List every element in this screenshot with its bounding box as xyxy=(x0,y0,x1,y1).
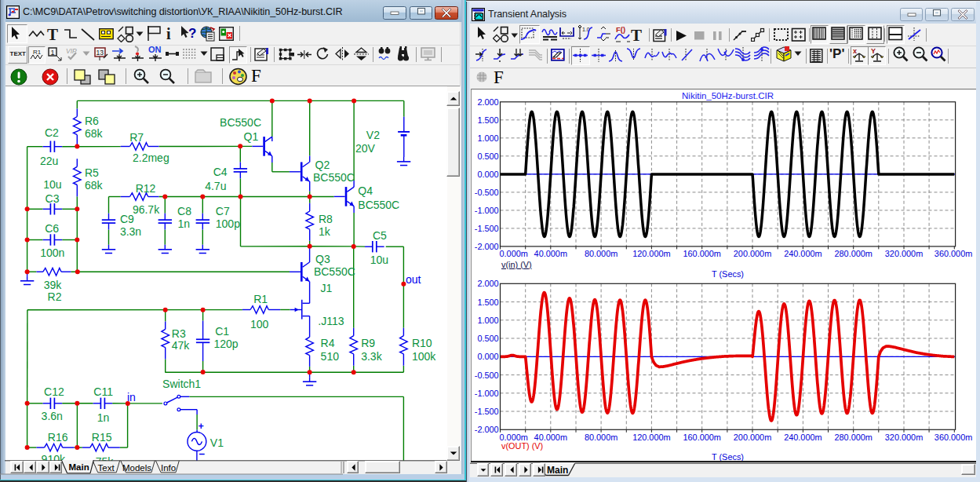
svg-text:120.000m: 120.000m xyxy=(632,432,670,441)
svg-text:V2: V2 xyxy=(366,129,380,141)
svg-text:68k: 68k xyxy=(85,179,104,192)
svg-text:-2.000: -2.000 xyxy=(474,241,498,250)
svg-text:20V: 20V xyxy=(355,142,376,155)
svg-text:320.000m: 320.000m xyxy=(884,249,922,258)
svg-text:200.000m: 200.000m xyxy=(733,432,771,441)
svg-text:280.000m: 280.000m xyxy=(834,432,872,441)
svg-text:80.000m: 80.000m xyxy=(584,249,617,258)
svg-text:200.000m: 200.000m xyxy=(733,249,771,258)
svg-text:v(OUT) (V): v(OUT) (V) xyxy=(501,440,543,450)
svg-text:96.7k: 96.7k xyxy=(133,203,160,216)
svg-text:R8: R8 xyxy=(319,213,333,225)
svg-text:R2: R2 xyxy=(48,290,62,303)
svg-text:1n: 1n xyxy=(177,217,190,230)
svg-text:.J113: .J113 xyxy=(318,315,344,327)
svg-text:360.000m: 360.000m xyxy=(934,432,971,441)
svg-text:R10: R10 xyxy=(412,337,432,349)
svg-text:BC550C: BC550C xyxy=(220,116,261,129)
svg-text:in: in xyxy=(127,391,136,403)
svg-text:280.000m: 280.000m xyxy=(834,249,872,258)
svg-text:320.000m: 320.000m xyxy=(884,432,922,441)
svg-text:0.000: 0.000 xyxy=(477,352,498,361)
svg-text:160.000m: 160.000m xyxy=(683,249,720,258)
svg-text:120.000m: 120.000m xyxy=(632,249,670,258)
svg-text:240.000m: 240.000m xyxy=(784,249,822,258)
svg-text:R16: R16 xyxy=(48,431,68,444)
svg-text:V1: V1 xyxy=(210,436,224,449)
svg-text:T (Secs): T (Secs) xyxy=(712,269,744,279)
svg-text:R7: R7 xyxy=(129,131,144,144)
svg-text:100k: 100k xyxy=(412,350,436,363)
svg-text:-1.500: -1.500 xyxy=(474,407,498,416)
svg-text:1.000: 1.000 xyxy=(477,315,498,324)
svg-text:BC550C: BC550C xyxy=(314,265,355,278)
svg-text:C4: C4 xyxy=(213,166,228,178)
svg-text:-0.500: -0.500 xyxy=(474,187,498,196)
svg-text:F(): F() xyxy=(616,25,625,34)
svg-text:13: 13 xyxy=(97,49,104,57)
svg-text:C6: C6 xyxy=(45,222,59,235)
svg-text:39k: 39k xyxy=(44,279,63,291)
svg-text:C11: C11 xyxy=(93,385,113,398)
svg-text:BC550C: BC550C xyxy=(313,171,355,184)
svg-text:?: ? xyxy=(188,26,196,41)
svg-text:1n: 1n xyxy=(97,411,110,424)
svg-text:R1: R1 xyxy=(253,293,268,305)
svg-text:240.000m: 240.000m xyxy=(784,432,822,441)
svg-text:-1.500: -1.500 xyxy=(474,223,498,232)
svg-text:3.6n: 3.6n xyxy=(42,410,63,422)
svg-text:1.000: 1.000 xyxy=(477,133,498,142)
svg-text:1k: 1k xyxy=(319,225,331,238)
svg-text:v(in) (V): v(in) (V) xyxy=(501,259,532,268)
svg-text:R9: R9 xyxy=(361,337,375,349)
svg-text:0.000: 0.000 xyxy=(477,169,498,178)
svg-text:10u: 10u xyxy=(370,254,388,266)
svg-text:120p: 120p xyxy=(214,338,239,350)
svg-text:2.2meg: 2.2meg xyxy=(133,152,169,164)
svg-text:T (Secs): T (Secs) xyxy=(712,452,744,461)
svg-text:1.500: 1.500 xyxy=(477,115,498,124)
svg-text:Switch1: Switch1 xyxy=(162,378,201,390)
svg-text:100: 100 xyxy=(250,318,269,330)
svg-text:-1.000: -1.000 xyxy=(474,388,498,397)
svg-text:100n: 100n xyxy=(40,246,64,259)
svg-text:Y: Y xyxy=(871,47,876,55)
svg-text:R4: R4 xyxy=(321,337,335,349)
svg-text:C5: C5 xyxy=(373,229,387,242)
svg-text:0.000m: 0.000m xyxy=(499,249,527,258)
svg-text:C7: C7 xyxy=(216,205,230,217)
svg-text:C8: C8 xyxy=(177,205,191,217)
svg-text:C9: C9 xyxy=(120,213,134,225)
svg-text:C12: C12 xyxy=(44,385,64,398)
svg-text:3.3n: 3.3n xyxy=(120,225,141,238)
svg-text:Q4: Q4 xyxy=(358,184,373,197)
svg-text:BC550C: BC550C xyxy=(358,199,399,211)
svg-text:x: x xyxy=(853,47,857,55)
svg-text:Q3: Q3 xyxy=(315,253,330,265)
svg-text:out: out xyxy=(406,273,421,286)
svg-text:C3: C3 xyxy=(46,192,60,205)
svg-text:10u: 10u xyxy=(43,178,61,191)
svg-text:40.000m: 40.000m xyxy=(534,249,567,258)
svg-text:68k: 68k xyxy=(85,127,104,140)
svg-text:+: + xyxy=(199,421,204,432)
svg-text:160.000m: 160.000m xyxy=(683,432,720,441)
svg-text:C1: C1 xyxy=(215,325,229,338)
svg-text:C2: C2 xyxy=(45,126,59,139)
svg-text:ON: ON xyxy=(148,46,162,54)
svg-text:0.500: 0.500 xyxy=(477,334,498,343)
svg-text:R5: R5 xyxy=(85,166,99,179)
svg-text:22u: 22u xyxy=(40,155,58,167)
svg-text:-2.000: -2.000 xyxy=(474,425,498,434)
svg-text:R15: R15 xyxy=(92,431,112,444)
svg-text:4.7u: 4.7u xyxy=(205,180,226,192)
svg-text:360.000m: 360.000m xyxy=(934,249,971,258)
svg-text:47k: 47k xyxy=(172,339,191,352)
svg-text:R6: R6 xyxy=(85,115,99,127)
svg-text:3.3k: 3.3k xyxy=(361,350,382,363)
svg-text:J1: J1 xyxy=(321,282,333,294)
svg-text:Q2: Q2 xyxy=(315,159,330,171)
svg-text:0.500: 0.500 xyxy=(477,151,498,160)
svg-text:R1: R1 xyxy=(33,49,42,56)
svg-text:-0.500: -0.500 xyxy=(474,370,498,379)
